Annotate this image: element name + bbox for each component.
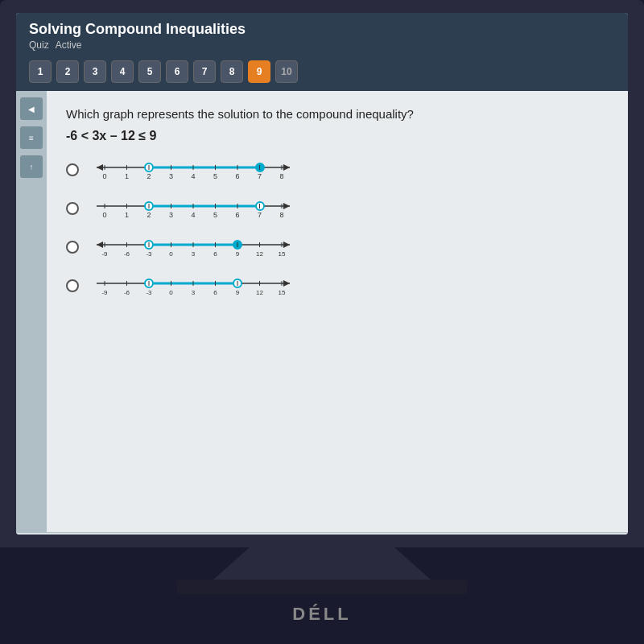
number-line-svg-b: 0 1 2 3 4 5 <box>89 196 298 221</box>
option-c-row: -9 -6 -3 0 3 6 <box>66 235 609 259</box>
number-line-b: 0 1 2 3 4 5 <box>89 196 298 221</box>
svg-text:0: 0 <box>102 172 106 180</box>
quiz-navigation: 1 2 3 4 5 6 7 8 9 10 <box>16 56 628 91</box>
svg-marker-25 <box>283 203 290 209</box>
svg-text:5: 5 <box>213 172 217 180</box>
sidebar-icon-1[interactable]: ◀ <box>20 97 43 120</box>
svg-text:12: 12 <box>256 289 263 296</box>
option-d-row: -9 -6 -3 0 3 6 <box>66 274 609 298</box>
svg-text:0: 0 <box>102 211 106 219</box>
svg-marker-72 <box>283 280 290 287</box>
svg-text:3: 3 <box>192 289 196 296</box>
svg-text:3: 3 <box>169 172 173 180</box>
sidebar-icon-2[interactable]: ≡ <box>20 126 43 149</box>
main-content: Which graph represents the solution to t… <box>47 91 628 532</box>
svg-text:8: 8 <box>279 211 283 219</box>
svg-text:15: 15 <box>279 289 286 296</box>
svg-text:1: 1 <box>125 211 129 219</box>
svg-text:-6: -6 <box>124 289 130 296</box>
number-line-a: 0 1 2 3 4 5 <box>89 158 298 182</box>
svg-text:7: 7 <box>258 172 262 180</box>
svg-marker-2 <box>283 164 290 171</box>
nav-btn-1[interactable]: 1 <box>29 60 52 83</box>
nav-btn-2[interactable]: 2 <box>56 60 79 83</box>
svg-text:3: 3 <box>192 250 196 258</box>
nav-btn-10[interactable]: 10 <box>275 60 298 83</box>
content-area: ◀ ≡ ↑ Which graph represents the solutio… <box>16 91 628 532</box>
nav-btn-3[interactable]: 3 <box>84 60 106 83</box>
svg-text:-9: -9 <box>101 250 108 258</box>
question-text: Which graph represents the solution to t… <box>66 107 609 121</box>
svg-text:8: 8 <box>279 172 283 180</box>
svg-text:6: 6 <box>213 289 217 296</box>
footer: Mark this and return Save and Exit Next … <box>16 532 628 535</box>
svg-text:0: 0 <box>169 250 173 258</box>
svg-text:4: 4 <box>191 172 195 180</box>
sidebar-icon-3[interactable]: ↑ <box>20 155 43 178</box>
quiz-label: Quiz <box>29 39 49 51</box>
header-subtitle: Quiz Active <box>29 39 615 51</box>
svg-text:-9: -9 <box>101 289 108 296</box>
svg-text:-3: -3 <box>146 250 152 258</box>
radio-c[interactable] <box>66 241 79 254</box>
svg-text:-3: -3 <box>146 289 152 296</box>
answer-options: 0 1 2 3 4 5 <box>66 158 609 298</box>
number-line-svg-c: -9 -6 -3 0 3 6 <box>89 235 298 259</box>
svg-text:6: 6 <box>235 172 239 180</box>
radio-d[interactable] <box>66 279 79 292</box>
screen: Solving Compound Inequalities Quiz Activ… <box>16 13 628 535</box>
page-title: Solving Compound Inequalities <box>29 21 615 38</box>
svg-text:2: 2 <box>147 172 151 180</box>
nav-btn-7[interactable]: 7 <box>193 60 216 83</box>
dell-brand-label: DÉLL <box>292 604 351 625</box>
svg-marker-48 <box>97 242 103 248</box>
svg-text:3: 3 <box>169 211 173 219</box>
nav-btn-5[interactable]: 5 <box>138 60 161 83</box>
option-b-row: 0 1 2 3 4 5 <box>66 196 609 221</box>
option-a-row: 0 1 2 3 4 5 <box>66 158 609 182</box>
status-badge: Active <box>56 39 82 51</box>
svg-text:15: 15 <box>279 250 286 258</box>
svg-text:-6: -6 <box>124 250 130 258</box>
svg-text:4: 4 <box>191 211 195 219</box>
svg-text:6: 6 <box>235 211 239 219</box>
number-line-svg-d: -9 -6 -3 0 3 6 <box>89 274 298 298</box>
svg-text:2: 2 <box>147 211 151 219</box>
radio-b[interactable] <box>66 202 79 215</box>
left-sidebar: ◀ ≡ ↑ <box>16 91 47 532</box>
svg-text:9: 9 <box>236 250 240 258</box>
number-line-svg-a: 0 1 2 3 4 5 <box>89 158 298 182</box>
svg-text:9: 9 <box>236 289 240 296</box>
svg-text:7: 7 <box>258 211 262 219</box>
header: Solving Compound Inequalities Quiz Activ… <box>16 13 628 56</box>
monitor-base <box>177 580 467 594</box>
nav-btn-6[interactable]: 6 <box>166 60 188 83</box>
svg-marker-1 <box>97 164 103 171</box>
nav-btn-9[interactable]: 9 <box>248 60 270 83</box>
svg-text:0: 0 <box>169 289 173 296</box>
monitor-bezel: Solving Compound Inequalities Quiz Activ… <box>0 0 644 547</box>
svg-marker-49 <box>283 242 290 248</box>
svg-text:5: 5 <box>213 211 217 219</box>
number-line-d: -9 -6 -3 0 3 6 <box>89 274 298 298</box>
svg-text:12: 12 <box>256 250 263 258</box>
monitor-stand <box>201 547 443 580</box>
nav-btn-4[interactable]: 4 <box>111 60 134 83</box>
radio-a[interactable] <box>66 163 79 176</box>
svg-text:6: 6 <box>213 250 217 258</box>
number-line-c: -9 -6 -3 0 3 6 <box>89 235 298 259</box>
svg-text:1: 1 <box>125 172 129 180</box>
nav-btn-8[interactable]: 8 <box>221 60 243 83</box>
inequality-expression: -6 < 3x – 12 ≤ 9 <box>66 129 609 143</box>
